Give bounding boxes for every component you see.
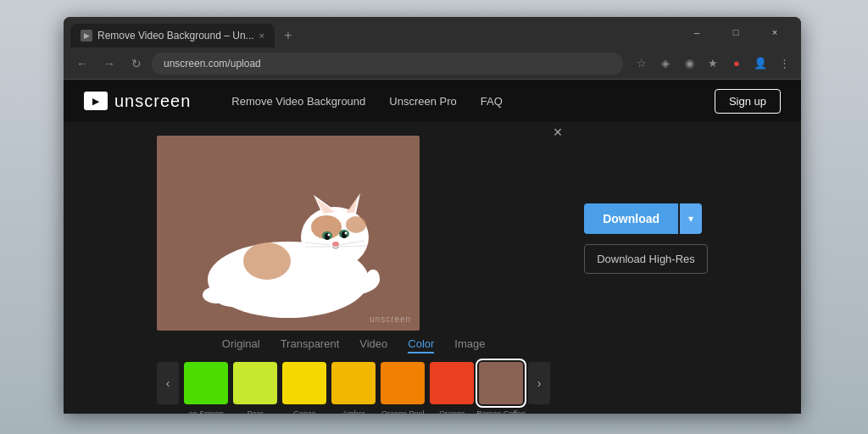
video-preview: unscreen: [157, 136, 420, 331]
swatch-orange-peel[interactable]: Orange Peel: [381, 362, 425, 404]
toolbar-icons: ☆ ◈ ◉ ★ ● 👤 ⋮: [632, 53, 794, 74]
tab-color[interactable]: Color: [408, 337, 434, 353]
swatch-roman-coffee[interactable]: Roman Coffee: [479, 362, 523, 404]
swatch-label-gonzo: Gonzo: [293, 409, 316, 414]
back-button[interactable]: ←: [70, 52, 94, 75]
extension-icon-2[interactable]: ◉: [679, 53, 699, 74]
swatch-green-screen[interactable]: en Screen: [184, 362, 228, 404]
bookmark-icon[interactable]: ☆: [632, 53, 652, 74]
video-container: ×: [157, 136, 550, 331]
tab-image[interactable]: Image: [454, 337, 485, 353]
tab-close-btn[interactable]: ×: [259, 31, 264, 41]
nav-links: Remove Video Background Unscreen Pro FAQ: [231, 95, 503, 108]
page-content: ▶ unscreen Remove Video Background Unscr…: [64, 80, 801, 414]
tab-original[interactable]: Original: [222, 337, 260, 353]
preview-panel: ×: [157, 136, 550, 414]
site-navbar: ▶ unscreen Remove Video Background Unscr…: [64, 80, 801, 122]
swatch-label-orange: Orange: [439, 409, 465, 414]
right-panel: Download ▾ Download High-Res: [584, 136, 708, 274]
browser-window: ▶ Remove Video Background – Un... × + – …: [64, 17, 801, 414]
forward-button[interactable]: →: [97, 52, 121, 75]
svg-point-22: [242, 293, 275, 310]
color-tabs-area: Original Transparent Video Color Image ‹…: [157, 337, 550, 414]
close-window-button[interactable]: ×: [755, 20, 794, 44]
logo-text: unscreen: [114, 92, 191, 111]
download-button-group: Download ▾: [584, 203, 708, 234]
new-tab-button[interactable]: +: [276, 24, 300, 47]
nav-link-remove[interactable]: Remove Video Background: [231, 95, 365, 108]
menu-icon[interactable]: ⋮: [774, 53, 794, 74]
tab-bar: ▶ Remove Video Background – Un... × + – …: [64, 17, 801, 47]
minimize-button[interactable]: –: [677, 20, 716, 44]
svg-point-7: [346, 216, 366, 233]
svg-point-1: [301, 207, 369, 268]
maximize-button[interactable]: □: [716, 20, 755, 44]
swatches-prev-button[interactable]: ‹: [157, 362, 179, 404]
extension-icon-4[interactable]: ●: [726, 53, 747, 74]
swatch-label-orange-peel: Orange Peel: [381, 409, 425, 414]
swatch-label-pear: Pear: [248, 409, 264, 414]
view-tabs-row: Original Transparent Video Color Image: [157, 337, 550, 353]
swatch-gonzo[interactable]: Gonzo: [282, 362, 326, 404]
swatch-label-amber: Amber: [342, 409, 365, 414]
swatches-next-button[interactable]: ›: [528, 362, 550, 404]
logo-icon: ▶: [84, 92, 108, 110]
address-bar: ← → ↻ unscreen.com/upload ☆ ◈ ◉ ★ ● 👤 ⋮: [64, 47, 801, 80]
download-button[interactable]: Download: [584, 203, 678, 234]
url-text: unscreen.com/upload: [160, 58, 261, 70]
window-controls: – □ ×: [677, 20, 794, 47]
svg-point-21: [203, 287, 230, 303]
download-highres-button[interactable]: Download High-Res: [584, 244, 708, 274]
svg-point-8: [243, 242, 291, 280]
swatch-amber[interactable]: Amber: [331, 362, 376, 404]
tab-favicon: ▶: [81, 30, 92, 42]
cat-image: [157, 136, 420, 331]
svg-point-14: [345, 232, 348, 235]
main-area: ×: [64, 122, 801, 414]
signup-button[interactable]: Sign up: [715, 89, 781, 114]
swatch-orange[interactable]: Orange: [430, 362, 474, 404]
svg-point-15: [332, 242, 339, 247]
tab-transparent[interactable]: Transparent: [281, 337, 340, 353]
watermark: unscreen: [370, 314, 411, 324]
tab-video[interactable]: Video: [359, 337, 387, 353]
extension-icon-1[interactable]: ◈: [655, 53, 676, 74]
swatches-row: ‹ en Screen Pear Gonzo Amber: [157, 362, 550, 404]
url-bar[interactable]: unscreen.com/upload: [152, 53, 623, 75]
logo-area: ▶ unscreen: [84, 92, 191, 111]
download-dropdown-button[interactable]: ▾: [680, 203, 702, 234]
extension-icon-3[interactable]: ★: [703, 53, 723, 74]
reload-button[interactable]: ↻: [125, 52, 148, 75]
close-preview-button[interactable]: ×: [554, 124, 563, 142]
browser-tab[interactable]: ▶ Remove Video Background – Un... ×: [70, 24, 275, 47]
nav-link-pro[interactable]: Unscreen Pro: [389, 95, 456, 108]
nav-link-faq[interactable]: FAQ: [481, 95, 503, 108]
swatch-label-green-screen: en Screen: [189, 409, 224, 414]
swatch-label-roman-coffee: Roman Coffee: [476, 409, 526, 414]
profile-icon[interactable]: 👤: [750, 53, 771, 74]
svg-point-13: [328, 234, 331, 236]
swatch-pear[interactable]: Pear: [233, 362, 277, 404]
tab-title: Remove Video Background – Un...: [97, 30, 254, 42]
